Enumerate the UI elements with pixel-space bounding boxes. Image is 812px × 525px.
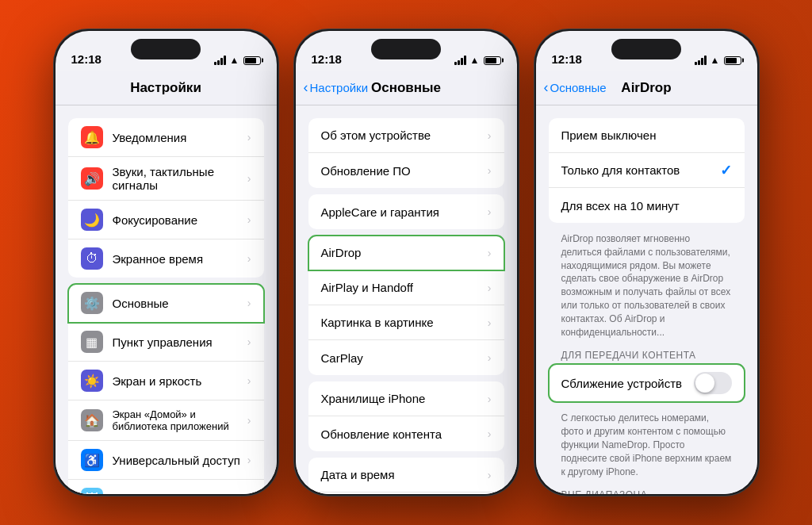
battery-3 xyxy=(724,56,741,65)
contacts-checkmark: ✓ xyxy=(720,162,732,179)
back-label-2: Настройки xyxy=(310,81,369,94)
applecare-item[interactable]: AppleCare и гарантия › xyxy=(308,194,504,229)
section-2-4: Хранилище iPhone › Обновление контента › xyxy=(296,381,517,451)
cp-icon: ▦ xyxy=(81,331,103,353)
general-item[interactable]: ⚙️ Основные › xyxy=(68,284,264,323)
out-of-range-header: ВНЕ ДИАПАЗОНА xyxy=(536,485,757,494)
list-item[interactable]: 🔊 Звуки, тактильные сигналы › xyxy=(68,157,264,201)
signal-3 xyxy=(695,56,707,65)
settings-content-2: Об этом устройстве › Обновление ПО › App… xyxy=(296,105,517,494)
back-button-2[interactable]: ‹ Настройки xyxy=(304,79,369,96)
screentime-label: Экранное время xyxy=(113,252,247,266)
wifi-icon-2: ▲ xyxy=(470,55,480,66)
nav-bar-2: ‹ Настройки Основные xyxy=(296,71,517,105)
list-item[interactable]: 🔔 Уведомления › xyxy=(68,118,264,157)
list-item[interactable]: ☀️ Экран и яркость › xyxy=(68,362,264,400)
sounds-label: Звуки, тактильные сигналы xyxy=(113,165,247,192)
focus-label: Фокусирование xyxy=(113,213,247,227)
dynamic-island-3 xyxy=(611,39,681,59)
sounds-icon: 🔊 xyxy=(81,167,103,190)
list-item[interactable]: 🖼 Обои › xyxy=(68,480,264,494)
screentime-icon: ⏱ xyxy=(81,247,103,270)
section-1-1: 🔔 Уведомления › 🔊 Звуки, тактильные сигн… xyxy=(56,118,277,278)
nav-bar-3: ‹ Основные AirDrop xyxy=(536,71,757,105)
proximity-toggle[interactable] xyxy=(694,372,732,394)
wallpaper-label: Обои xyxy=(113,492,247,495)
about-item[interactable]: Об этом устройстве › xyxy=(308,118,504,153)
nav-bar-1: Настройки xyxy=(56,71,277,105)
section-2-5: Дата и время › Клавиатура › Шрифты › Язы… xyxy=(296,458,517,494)
wifi-icon-1: ▲ xyxy=(230,55,239,66)
list-item[interactable]: ♿ Универсальный доступ › xyxy=(68,441,264,480)
display-label: Экран и яркость xyxy=(113,374,247,388)
content-transfer-footer: С легкостью делитесь номерами, фото и др… xyxy=(536,408,757,485)
home-icon: 🏠 xyxy=(81,409,103,431)
contacts-only-item[interactable]: Только для контактов ✓ xyxy=(549,153,745,188)
content-transfer-section: Сближение устройств xyxy=(536,364,757,402)
storage-item[interactable]: Хранилище iPhone › xyxy=(308,381,504,416)
list-item[interactable]: 🌙 Фокусирование › xyxy=(68,201,264,240)
cp-label: Пункт управления xyxy=(113,335,247,349)
general-label: Основные xyxy=(113,297,247,310)
section-2-1: Об этом устройстве › Обновление ПО › xyxy=(296,118,517,188)
settings-content-1: 🔔 Уведомления › 🔊 Звуки, тактильные сигн… xyxy=(56,105,277,494)
wifi-icon-3: ▲ xyxy=(710,55,720,66)
list-item[interactable]: ⏱ Экранное время › xyxy=(68,240,264,278)
back-label-3: Основные xyxy=(550,81,607,94)
focus-icon: 🌙 xyxy=(81,209,103,231)
content-transfer-header: ДЛЯ ПЕРЕДАЧИ КОНТЕНТА xyxy=(536,345,757,364)
everyone-item[interactable]: Для всех на 10 минут xyxy=(549,188,745,223)
dynamic-island-2 xyxy=(371,39,441,59)
device-proximity-label: Сближение устройств xyxy=(561,377,694,390)
applecare-label: AppleCare и гарантия xyxy=(321,205,488,219)
section-2-3: AirDrop › AirPlay и Handoff › Картинка в… xyxy=(296,236,517,375)
list-item[interactable]: ▦ Пункт управления › xyxy=(68,323,264,362)
display-icon: ☀️ xyxy=(81,370,103,392)
status-icons-1: ▲ xyxy=(214,55,261,66)
battery-2 xyxy=(484,56,501,65)
section-2-2: AppleCare и гарантия › xyxy=(296,194,517,229)
airplay-item[interactable]: AirPlay и Handoff › xyxy=(308,270,504,305)
bg-refresh-item[interactable]: Обновление контента › xyxy=(308,416,504,451)
carplay-item[interactable]: CarPlay › xyxy=(308,340,504,375)
list-item[interactable]: 🏠 Экран «Домой» и библиотека приложений … xyxy=(68,400,264,441)
reception-off-label: Прием выключен xyxy=(561,128,732,142)
everyone-label: Для всех на 10 минут xyxy=(561,199,732,213)
reception-section: Прием выключен Только для контактов ✓ Дл… xyxy=(536,118,757,223)
bg-refresh-label: Обновление контента xyxy=(321,427,488,441)
toggle-knob xyxy=(695,374,714,393)
reception-off-item[interactable]: Прием выключен xyxy=(549,118,745,153)
airdrop-content: Прием выключен Только для контактов ✓ Дл… xyxy=(536,105,757,494)
device-proximity-item[interactable]: Сближение устройств xyxy=(549,364,745,402)
section-1-2: ⚙️ Основные › ▦ Пункт управления › ☀️ Эк… xyxy=(56,284,277,494)
signal-2 xyxy=(454,56,466,65)
nav-title-1: Настройки xyxy=(130,80,201,96)
keyboard-item[interactable]: Клавиатура › xyxy=(308,492,504,494)
back-chevron-2: ‹ xyxy=(304,79,308,96)
airplay-label: AirPlay и Handoff xyxy=(321,281,488,294)
notifications-label: Уведомления xyxy=(113,131,247,144)
pip-label: Картинка в картинке xyxy=(321,316,488,329)
battery-1 xyxy=(243,56,261,65)
time-3: 12:18 xyxy=(552,52,582,66)
datetime-item[interactable]: Дата и время › xyxy=(308,458,504,492)
about-label: Об этом устройстве xyxy=(321,128,488,142)
carplay-label: CarPlay xyxy=(321,351,488,365)
access-label: Универсальный доступ xyxy=(113,454,247,467)
update-label: Обновление ПО xyxy=(321,164,488,178)
general-icon: ⚙️ xyxy=(81,292,103,314)
update-item[interactable]: Обновление ПО › xyxy=(308,153,504,188)
phone-3: 12:18 ▲ ‹ Основные AirDrop xyxy=(534,29,760,496)
storage-label: Хранилище iPhone xyxy=(321,392,488,405)
notifications-icon: 🔔 xyxy=(81,126,103,148)
airdrop-item[interactable]: AirDrop › xyxy=(308,236,504,270)
phone-2: 12:18 ▲ ‹ Настройки Основные xyxy=(293,29,519,496)
datetime-label: Дата и время xyxy=(321,468,488,481)
nav-title-2: Основные xyxy=(371,80,441,96)
dynamic-island-1 xyxy=(131,39,201,59)
back-button-3[interactable]: ‹ Основные xyxy=(544,79,607,96)
wallpaper-icon: 🖼 xyxy=(81,488,103,494)
time-1: 12:18 xyxy=(71,52,102,66)
status-icons-2: ▲ xyxy=(454,55,501,66)
pip-item[interactable]: Картинка в картинке › xyxy=(308,305,504,340)
